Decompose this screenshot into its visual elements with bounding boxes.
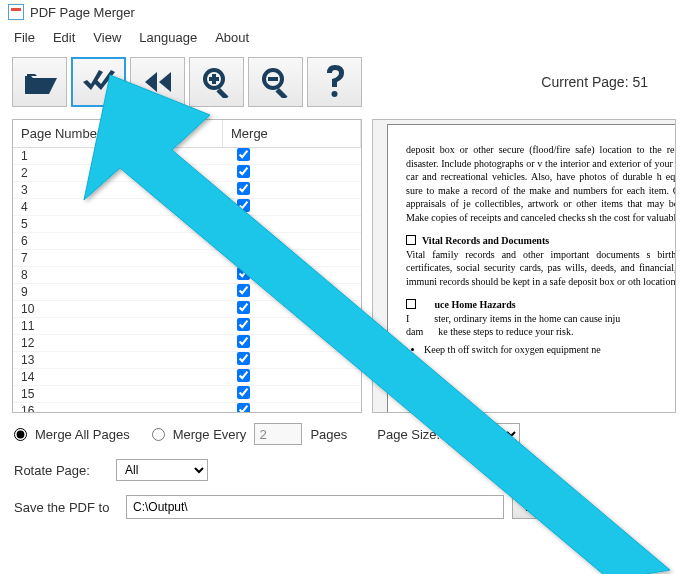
page-size-select[interactable]: A4 (448, 423, 520, 445)
bottom-controls: Merge All Pages Merge Every Pages Page S… (0, 413, 688, 543)
table-row[interactable]: 2 (13, 165, 361, 182)
merge-checkbox[interactable] (237, 267, 250, 280)
question-icon (324, 65, 346, 99)
open-button[interactable] (12, 57, 67, 107)
current-page: Current Page: 51 (541, 74, 676, 90)
merge-checkbox[interactable] (237, 148, 250, 161)
svg-point-7 (331, 91, 337, 97)
merge-all-label: Merge All Pages (35, 427, 130, 442)
menu-about[interactable]: About (215, 30, 249, 45)
merge-checkbox[interactable] (237, 216, 250, 229)
zoom-out-icon (260, 66, 292, 98)
list-header: Page Number Merge (13, 120, 361, 148)
merge-all-radio[interactable] (14, 428, 27, 441)
col-page-number[interactable]: Page Number (13, 120, 223, 147)
table-row[interactable]: 6 (13, 233, 361, 250)
merge-checkbox[interactable] (237, 284, 250, 297)
table-row[interactable]: 11 (13, 318, 361, 335)
table-row[interactable]: 4 (13, 199, 361, 216)
app-icon (8, 4, 24, 20)
merge-checkbox[interactable] (237, 335, 250, 348)
save-label: Save the PDF to (14, 500, 118, 515)
merge-every-value[interactable] (254, 423, 302, 445)
app-title: PDF Page Merger (30, 5, 135, 20)
page-number-cell: 4 (13, 200, 223, 214)
page-list[interactable]: Page Number Merge 1234567891011121314151… (12, 119, 362, 413)
current-page-value: 51 (632, 74, 648, 90)
table-row[interactable]: 7 (13, 250, 361, 267)
menu-language[interactable]: Language (139, 30, 197, 45)
rotate-label: Rotate Page: (14, 463, 108, 478)
title-bar: PDF Page Merger (0, 0, 688, 24)
page-number-cell: 9 (13, 285, 223, 299)
page-number-cell: 3 (13, 183, 223, 197)
merge-checkbox[interactable] (237, 301, 250, 314)
table-row[interactable]: 5 (13, 216, 361, 233)
rotate-select[interactable]: All (116, 459, 208, 481)
folder-open-icon (23, 68, 57, 96)
merge-checkbox[interactable] (237, 369, 250, 382)
zoom-out-button[interactable] (248, 57, 303, 107)
select-all-button[interactable] (71, 57, 126, 107)
page-number-cell: 15 (13, 387, 223, 401)
zoom-in-button[interactable] (189, 57, 244, 107)
page-number-cell: 1 (13, 149, 223, 163)
double-check-icon (81, 68, 117, 96)
document-preview: deposit box or other secure (flood/fire … (387, 124, 676, 413)
doc-paragraph: I ster, ordinary items in the home can c… (406, 312, 676, 339)
merge-checkbox[interactable] (237, 250, 250, 263)
preview-panel[interactable]: deposit box or other secure (flood/fire … (372, 119, 676, 413)
svg-rect-1 (216, 88, 228, 98)
page-number-cell: 13 (13, 353, 223, 367)
current-page-label: Current Page: (541, 74, 628, 90)
page-number-cell: 12 (13, 336, 223, 350)
merge-checkbox[interactable] (237, 403, 250, 413)
zoom-in-icon (201, 66, 233, 98)
merge-checkbox[interactable] (237, 165, 250, 178)
menu-view[interactable]: View (93, 30, 121, 45)
merge-checkbox[interactable] (237, 233, 250, 246)
merge-checkbox[interactable] (237, 182, 250, 195)
svg-rect-3 (209, 77, 219, 81)
undo-button[interactable] (130, 57, 185, 107)
merge-checkbox[interactable] (237, 352, 250, 365)
doc-bullet: Keep th off switch for oxygen equipment … (424, 343, 676, 357)
save-path-input[interactable] (126, 495, 504, 519)
menu-bar: File Edit View Language About (0, 24, 688, 51)
page-number-cell: 5 (13, 217, 223, 231)
merge-checkbox[interactable] (237, 318, 250, 331)
merge-checkbox[interactable] (237, 199, 250, 212)
merge-every-radio[interactable] (152, 428, 165, 441)
menu-edit[interactable]: Edit (53, 30, 75, 45)
col-merge[interactable]: Merge (223, 120, 361, 147)
doc-heading: Vital Records and Documents (406, 234, 676, 248)
page-number-cell: 14 (13, 370, 223, 384)
table-row[interactable]: 16 (13, 403, 361, 413)
toolbar-row: Current Page: 51 (0, 51, 688, 119)
double-arrow-left-icon (141, 70, 175, 94)
doc-bullet-list: Keep th off switch for oxygen equipment … (424, 343, 676, 357)
doc-paragraph: Vital family records and other important… (406, 248, 676, 289)
table-row[interactable]: 9 (13, 284, 361, 301)
svg-rect-6 (268, 77, 278, 81)
table-row[interactable]: 14 (13, 369, 361, 386)
table-row[interactable]: 1 (13, 148, 361, 165)
table-row[interactable]: 3 (13, 182, 361, 199)
table-row[interactable]: 12 (13, 335, 361, 352)
menu-file[interactable]: File (14, 30, 35, 45)
table-row[interactable]: 13 (13, 352, 361, 369)
svg-rect-5 (275, 88, 287, 98)
browse-button[interactable]: Browse (512, 495, 578, 519)
doc-paragraph: deposit box or other secure (flood/fire … (406, 143, 676, 224)
toolbar (12, 57, 362, 107)
table-row[interactable]: 10 (13, 301, 361, 318)
merge-checkbox[interactable] (237, 386, 250, 399)
main-area: Page Number Merge 1234567891011121314151… (0, 119, 688, 413)
doc-heading: uce Home Hazards (406, 298, 676, 312)
help-button[interactable] (307, 57, 362, 107)
page-number-cell: 2 (13, 166, 223, 180)
page-number-cell: 6 (13, 234, 223, 248)
table-row[interactable]: 8 (13, 267, 361, 284)
pages-label: Pages (310, 427, 347, 442)
table-row[interactable]: 15 (13, 386, 361, 403)
